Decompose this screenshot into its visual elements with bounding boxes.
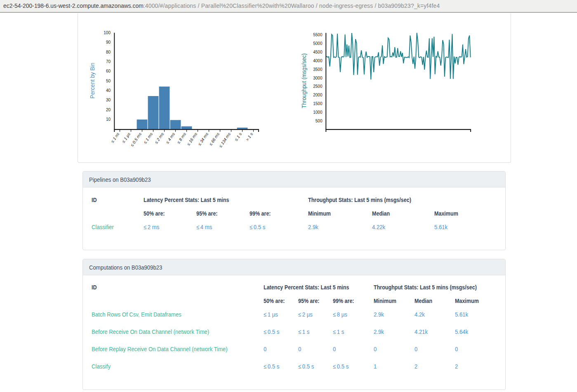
svg-text:≤ 4 ms: ≤ 4 ms bbox=[165, 132, 176, 145]
svg-text:Percent by Bin: Percent by Bin bbox=[89, 63, 96, 99]
svg-text:100: 100 bbox=[104, 31, 111, 35]
svg-text:5000: 5000 bbox=[313, 41, 323, 46]
svg-text:2500: 2500 bbox=[313, 84, 323, 89]
svg-text:≤ 1 ms: ≤ 1 ms bbox=[143, 132, 153, 145]
svg-text:50: 50 bbox=[106, 79, 111, 83]
svg-text:70: 70 bbox=[106, 59, 111, 64]
svg-text:3500: 3500 bbox=[313, 67, 323, 72]
svg-text:4000: 4000 bbox=[313, 59, 323, 63]
svg-text:3000: 3000 bbox=[313, 76, 323, 80]
svg-text:≤ 34 ms: ≤ 34 ms bbox=[197, 132, 209, 146]
svg-text:30: 30 bbox=[106, 98, 111, 102]
svg-text:≤ 1 µs: ≤ 1 µs bbox=[121, 132, 131, 144]
svg-text:1500: 1500 bbox=[313, 101, 323, 106]
svg-text:≤ 0.5 ms: ≤ 0.5 ms bbox=[130, 132, 142, 148]
svg-text:≤ 8 ms: ≤ 8 ms bbox=[176, 132, 187, 145]
svg-text:2000: 2000 bbox=[313, 93, 323, 97]
svg-text:60: 60 bbox=[106, 69, 111, 73]
svg-text:5500: 5500 bbox=[313, 33, 323, 37]
svg-text:Throughput (msgs/sec): Throughput (msgs/sec) bbox=[301, 54, 307, 108]
svg-text:≤ 1 ns: ≤ 1 ns bbox=[110, 132, 120, 144]
svg-text:500: 500 bbox=[316, 119, 323, 123]
svg-text:90: 90 bbox=[106, 40, 111, 45]
svg-text:≤ 66 ms: ≤ 66 ms bbox=[208, 132, 220, 146]
svg-text:≤ 16 ms: ≤ 16 ms bbox=[186, 132, 198, 146]
svg-text:> 1 s: > 1 s bbox=[245, 132, 254, 142]
svg-text:≤ 1 s: ≤ 1 s bbox=[234, 132, 243, 142]
svg-text:≤ 2 ms: ≤ 2 ms bbox=[154, 132, 165, 145]
svg-text:10: 10 bbox=[106, 117, 111, 122]
svg-text:20: 20 bbox=[106, 108, 111, 112]
svg-text:4500: 4500 bbox=[313, 50, 323, 54]
svg-text:80: 80 bbox=[106, 50, 111, 54]
svg-text:1000: 1000 bbox=[313, 110, 323, 115]
svg-text:40: 40 bbox=[106, 88, 111, 93]
